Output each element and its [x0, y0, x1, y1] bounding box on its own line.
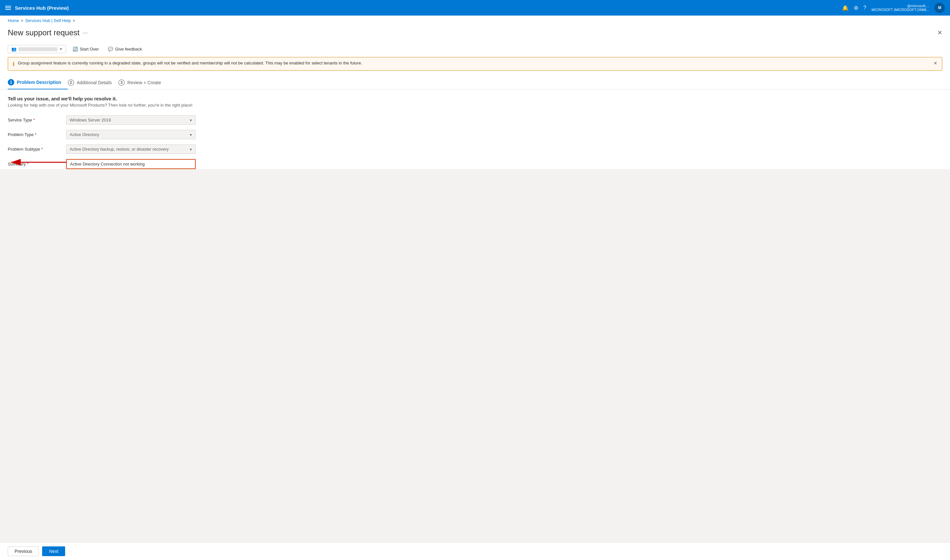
step2-num: 2	[68, 79, 74, 86]
problem-subtype-select-wrapper: Active Directory backup, restore, or dis…	[66, 145, 196, 154]
problem-subtype-label: Problem Subtype *	[8, 147, 66, 152]
problem-type-select[interactable]: Active Directory	[66, 130, 196, 139]
refresh-icon: 🔄	[72, 47, 78, 51]
summary-input[interactable]	[66, 159, 196, 169]
service-type-select[interactable]: Windows Server 2019	[66, 115, 196, 125]
page-title: New support request	[8, 28, 79, 37]
hamburger-menu[interactable]	[5, 6, 11, 10]
step-additional-details[interactable]: 2 Additional Details	[68, 76, 118, 89]
steps-nav: 1 Problem Description 2 Additional Detai…	[0, 76, 950, 89]
start-over-button[interactable]: 🔄 Start Over	[70, 45, 102, 53]
warning-icon: ℹ	[12, 61, 15, 67]
problem-type-required: *	[35, 132, 37, 137]
give-feedback-label: Give feedback	[115, 47, 142, 51]
step2-label: Additional Details	[77, 80, 112, 85]
service-type-select-wrapper: Windows Server 2019 ▼	[66, 115, 196, 125]
form-intro-sub: Looking for help with one of your Micros…	[8, 103, 942, 108]
summary-required: *	[27, 162, 29, 166]
service-type-control: Windows Server 2019 ▼	[66, 115, 196, 125]
problem-subtype-row: Problem Subtype * Active Directory backu…	[8, 145, 942, 154]
problem-subtype-select[interactable]: Active Directory backup, restore, or dis…	[66, 145, 196, 154]
step3-label: Review + Create	[127, 80, 161, 85]
start-over-label: Start Over	[80, 47, 99, 51]
app-title: Services Hub (Preview)	[15, 5, 69, 11]
step1-label: Problem Description	[17, 80, 61, 85]
notification-icon[interactable]: 🔔	[842, 5, 848, 11]
summary-label: Summary *	[8, 162, 66, 166]
breadcrumb: Home > Services Hub | Self Help >	[0, 15, 950, 26]
problem-subtype-control: Active Directory backup, restore, or dis…	[66, 145, 196, 154]
avatar[interactable]: M	[935, 3, 945, 13]
user-profile[interactable]: :@microsoft.... MICROSOFT (MICROSOFT.ONM…	[871, 4, 929, 12]
problem-type-select-wrapper: Active Directory ▼	[66, 130, 196, 139]
org-text-placeholder	[18, 47, 57, 51]
page-more-options[interactable]: ···	[83, 29, 88, 36]
close-button[interactable]: ✕	[938, 29, 942, 36]
problem-type-label: Problem Type *	[8, 132, 66, 137]
breadcrumb-sep2: >	[72, 18, 75, 23]
summary-control	[66, 159, 196, 169]
step-problem-description[interactable]: 1 Problem Description	[8, 76, 68, 89]
problem-type-control: Active Directory ▼	[66, 130, 196, 139]
step1-num: 1	[8, 79, 14, 86]
warning-text: Group assignment feature is currently ru…	[18, 61, 930, 65]
breadcrumb-home[interactable]: Home	[8, 18, 19, 23]
service-type-label: Service Type *	[8, 118, 66, 122]
toolbar: 👥 ▼ 🔄 Start Over 💬 Give feedback	[0, 42, 950, 57]
page-header: New support request ··· ✕	[0, 26, 950, 42]
settings-icon[interactable]: ⚙	[854, 5, 858, 11]
content-area: Home > Services Hub | Self Help > New su…	[0, 15, 950, 169]
org-icon: 👥	[11, 47, 17, 51]
user-sub: MICROSOFT (MICROSOFT.ONMI...	[871, 8, 929, 12]
topbar: Services Hub (Preview) 🔔 ⚙ ? :@microsoft…	[0, 0, 950, 15]
step3-num: 3	[118, 79, 125, 86]
form-intro-title: Tell us your issue, and we'll help you r…	[8, 96, 942, 102]
org-selector[interactable]: 👥 ▼	[8, 45, 66, 53]
feedback-icon: 💬	[108, 47, 113, 51]
service-type-row: Service Type * Windows Server 2019 ▼	[8, 115, 942, 125]
problem-subtype-required: *	[41, 147, 43, 152]
chevron-down-icon: ▼	[59, 47, 63, 51]
breadcrumb-sep1: >	[21, 18, 23, 23]
warning-close-button[interactable]: ✕	[933, 61, 938, 66]
summary-row: Summary *	[8, 159, 942, 169]
service-type-required: *	[33, 118, 35, 122]
give-feedback-button[interactable]: 💬 Give feedback	[105, 45, 145, 53]
problem-type-row: Problem Type * Active Directory ▼	[8, 130, 942, 139]
help-icon[interactable]: ?	[864, 5, 867, 11]
warning-banner: ℹ Group assignment feature is currently …	[8, 57, 942, 71]
breadcrumb-selfhelp[interactable]: Services Hub | Self Help	[25, 18, 71, 23]
form-section: Tell us your issue, and we'll help you r…	[0, 96, 950, 169]
user-name: :@microsoft....	[906, 4, 929, 8]
step-review-create[interactable]: 3 Review + Create	[118, 76, 168, 89]
